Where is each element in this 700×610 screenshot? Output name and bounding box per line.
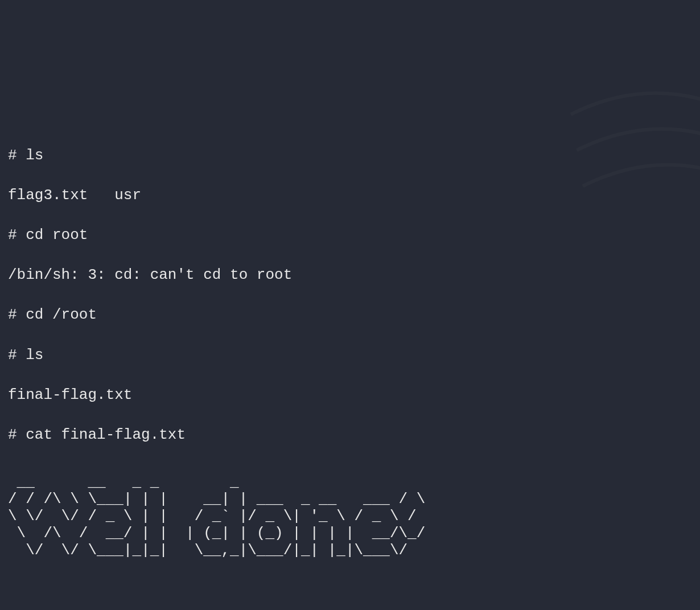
terminal-line: # ls xyxy=(8,146,692,166)
terminal-line: /bin/sh: 3: cd: can't cd to root xyxy=(8,265,692,285)
terminal-output[interactable]: # ls flag3.txt usr # cd root /bin/sh: 3:… xyxy=(8,126,692,610)
terminal-line: # cd /root xyxy=(8,305,692,325)
terminal-line: flag3.txt usr xyxy=(8,186,692,205)
terminal-line: # cat final-flag.txt xyxy=(8,425,692,445)
terminal-line: # ls xyxy=(8,345,692,365)
ascii-art-well-done: __ __ _ _ _ / / /\ \ \___| | | __| | ___… xyxy=(8,474,692,559)
terminal-line: final-flag.txt xyxy=(8,385,692,405)
terminal-line: # cd root xyxy=(8,225,692,245)
